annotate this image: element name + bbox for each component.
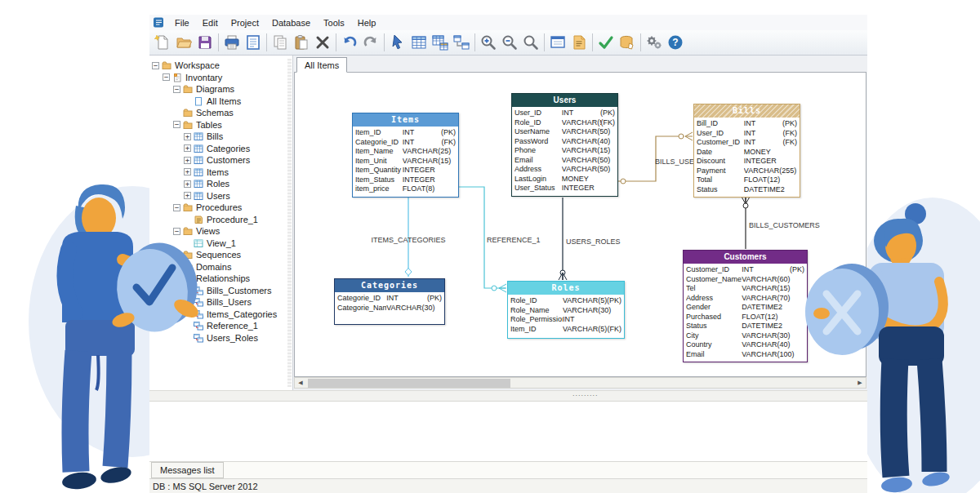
relationship-button[interactable]: [451, 32, 472, 53]
tree-item-tables[interactable]: −Tables: [152, 119, 277, 131]
column-row[interactable]: DateMONEY: [694, 148, 800, 158]
minus-expander-icon[interactable]: −: [152, 62, 159, 69]
tree-item-domains[interactable]: Domains: [152, 261, 277, 273]
paste-button[interactable]: [291, 32, 312, 53]
column-row[interactable]: AddressVARCHAR(50): [512, 165, 617, 175]
column-row[interactable]: Item_IDINT(PK): [353, 128, 458, 138]
zoom-out-button[interactable]: [499, 32, 520, 53]
plus-expander-icon[interactable]: +: [184, 192, 191, 199]
column-row[interactable]: Categorie_NameVARCHAR(30): [335, 304, 444, 313]
column-row[interactable]: User_IDINT(PK): [512, 109, 617, 118]
column-row[interactable]: Categorie_IDINT(FK): [353, 138, 458, 148]
column-row[interactable]: CityVARCHAR(30): [684, 331, 807, 341]
validate-button[interactable]: [595, 32, 617, 53]
tree-item-invontary[interactable]: −Invontary: [152, 72, 277, 84]
table-button[interactable]: [408, 32, 430, 53]
help-button[interactable]: ?: [665, 32, 686, 53]
plus-expander-icon[interactable]: +: [184, 180, 191, 188]
redo-button[interactable]: [360, 32, 381, 53]
plus-expander-icon[interactable]: +: [184, 144, 191, 152]
diagram-canvas[interactable]: ITEMS_CATEGORIESREFERENCE_1USERS_ROLESBI…: [294, 72, 866, 377]
tree-item-diagrams[interactable]: −Diagrams: [152, 83, 277, 95]
column-row[interactable]: Customer_IDINT(PK): [684, 265, 807, 275]
column-row[interactable]: DiscountINTEGER: [694, 157, 800, 167]
tree-item-reference-1[interactable]: Reference_1: [152, 320, 277, 332]
column-row[interactable]: EmailVARCHAR(100): [684, 350, 807, 360]
tree-item-schemas[interactable]: Schemas: [152, 107, 277, 119]
settings-button[interactable]: [644, 32, 665, 53]
plus-expander-icon[interactable]: +: [184, 133, 191, 140]
column-row[interactable]: Customer_NameVARCHAR(60): [684, 275, 807, 285]
tab-messages-list[interactable]: Messages list: [151, 462, 224, 478]
tree-item-users-roles[interactable]: Users_Roles: [152, 332, 277, 344]
tree-item-bills[interactable]: +Bills: [152, 131, 277, 143]
plus-expander-icon[interactable]: +: [184, 157, 191, 164]
column-row[interactable]: EmailVARCHAR(50): [512, 156, 617, 166]
column-row[interactable]: PaymentVARCHAR(255): [694, 167, 800, 176]
column-row[interactable]: UserNameVARCHAR(50): [512, 127, 617, 137]
tree-item-customers[interactable]: +Customers: [152, 154, 277, 167]
column-row[interactable]: Item_UnitVARCHAR(15): [353, 157, 458, 167]
new-file-button[interactable]: [152, 32, 173, 53]
minus-expander-icon[interactable]: −: [173, 228, 180, 235]
sidebar-scrollbar[interactable]: [287, 59, 292, 387]
column-row[interactable]: Role_IDVARCHAR(5)(FK): [512, 118, 617, 128]
report-button[interactable]: [243, 32, 264, 53]
tree-item-views[interactable]: −Views: [152, 225, 277, 238]
tree-item-categories[interactable]: +Categories: [152, 143, 277, 155]
minus-expander-icon[interactable]: −: [163, 73, 170, 81]
entity-table-bills[interactable]: BillsBill_IDINT(PK)User_IDINT(FK)Custome…: [693, 104, 800, 198]
menu-file[interactable]: File: [168, 17, 196, 29]
column-row[interactable]: Customer_IDINT(FK): [694, 138, 800, 148]
zoom-button[interactable]: [520, 32, 541, 53]
preview-button[interactable]: [547, 32, 568, 53]
panel-splitter[interactable]: .........: [149, 390, 867, 402]
tree-item-bills-customers[interactable]: Bills_Customers: [152, 285, 277, 297]
undo-button[interactable]: [339, 32, 360, 53]
print-button[interactable]: [221, 32, 243, 53]
column-row[interactable]: PurchasedFLOAT(12): [684, 313, 807, 322]
generate-db-button[interactable]: [617, 32, 638, 53]
tree-item-view-1[interactable]: View_1: [152, 238, 277, 250]
minus-expander-icon[interactable]: −: [173, 204, 180, 211]
menu-help[interactable]: Help: [351, 17, 383, 29]
tree-item-users[interactable]: +Users: [152, 190, 277, 202]
column-row[interactable]: PassWordVARCHAR(40): [512, 137, 617, 147]
horizontal-scrollbar[interactable]: ◀ ▶: [294, 377, 866, 389]
column-row[interactable]: GenderDATETIME2: [684, 303, 807, 313]
entity-table-roles[interactable]: RolesRole_IDVARCHAR(5)(PK)Role_NameVARCH…: [507, 281, 625, 339]
menu-tools[interactable]: Tools: [317, 17, 351, 29]
relation-bills_users[interactable]: BILLS_USERS: [618, 132, 705, 184]
copy-button[interactable]: [270, 32, 291, 53]
tree-item-relationships[interactable]: Relationships: [152, 273, 277, 285]
relation-reference_1[interactable]: REFERENCE_1: [459, 187, 541, 292]
minus-expander-icon[interactable]: −: [173, 121, 180, 128]
menu-database[interactable]: Database: [265, 17, 317, 29]
tree-item-items-categories[interactable]: Items_Categories: [152, 309, 277, 321]
column-row[interactable]: Item_StatusINTEGER: [353, 175, 458, 185]
column-row[interactable]: Bill_IDINT(PK): [694, 119, 800, 129]
column-row[interactable]: Role_NameVARCHAR(30): [508, 306, 624, 316]
column-row[interactable]: TelVARCHAR(15): [684, 284, 807, 294]
save-button[interactable]: [194, 32, 216, 53]
tree-item-bills-users[interactable]: Bills_Users: [152, 296, 277, 309]
tree-item-items[interactable]: +Items: [152, 167, 277, 179]
column-row[interactable]: AddressVARCHAR(70): [684, 294, 807, 304]
column-row[interactable]: Categorie_IDINT(PK): [335, 294, 444, 304]
scroll-right-arrow-icon[interactable]: ▶: [854, 378, 866, 388]
column-row[interactable]: TotalFLOAT(12): [694, 175, 800, 185]
column-row[interactable]: item_priceFLOAT(8): [353, 184, 458, 194]
scrollbar-thumb[interactable]: [308, 379, 510, 388]
menu-edit[interactable]: Edit: [196, 17, 225, 29]
table-header[interactable]: Items: [353, 113, 458, 127]
table-header[interactable]: Users: [512, 94, 617, 107]
relation-bills_customers[interactable]: BILLS_CUSTOMERS: [742, 196, 820, 249]
table-header[interactable]: Customers: [684, 251, 807, 264]
column-row[interactable]: Item_QuantityINTEGER: [353, 166, 458, 175]
table-header[interactable]: Roles: [508, 282, 624, 295]
script-doc-button[interactable]: [568, 32, 590, 53]
column-row[interactable]: StatusDATETIME2: [684, 322, 807, 331]
tree-item-sequences[interactable]: Sequences: [152, 249, 277, 261]
tree-item-procedures[interactable]: −Procedures: [152, 202, 277, 214]
column-row[interactable]: Role_PermissionINT: [508, 315, 624, 325]
